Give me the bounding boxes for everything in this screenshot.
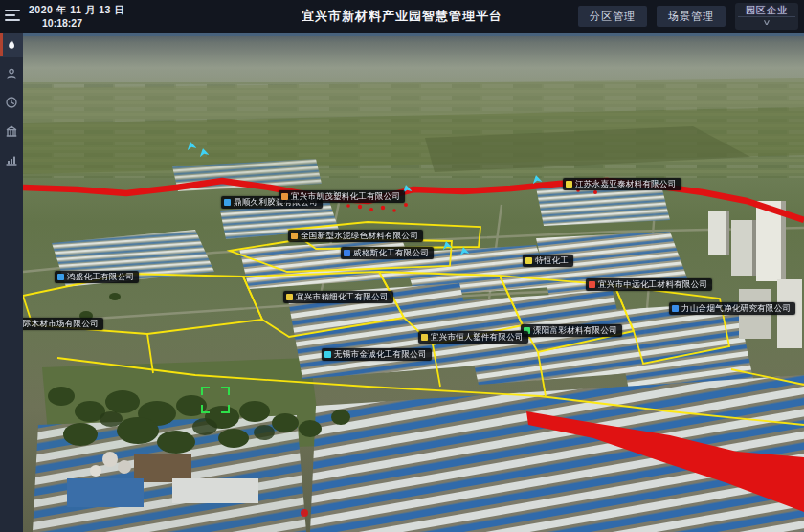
flame-icon (5, 38, 18, 52)
map-viewport[interactable]: 鼎顺久利胶囊有限公司宜兴市凯茂塑料化工有限公司全国新型水泥绿色材料有限公司威格斯… (23, 33, 804, 532)
map-label-pill[interactable]: 特恒化工 (523, 255, 573, 267)
factory-icon (525, 257, 532, 264)
company-name: 宜兴市恒人塑件有限公司 (431, 331, 524, 344)
map-label-pill[interactable]: 宜兴市恒人塑件有限公司 (418, 331, 528, 344)
map-label-pill[interactable]: 宜兴市凯茂塑料化工有限公司 (279, 190, 405, 203)
bank-icon (5, 124, 18, 138)
map-label-pill[interactable]: 威格斯化工有限公司 (341, 247, 434, 259)
company-name: 宜兴市中远化工材料有限公司 (598, 278, 707, 291)
company-name: 力山合烟气净化研究有限公司 (681, 302, 791, 315)
park-enterprise-dropdown[interactable]: 园区企业 ∨ (735, 3, 798, 30)
partition-manage-button[interactable]: 分区管理 (578, 6, 647, 27)
topbar-actions: 分区管理 场景管理 园区企业 ∨ (578, 0, 798, 33)
sidebar-item-enterprise[interactable] (0, 119, 23, 144)
clock-icon (5, 96, 18, 109)
chevron-down-icon: ∨ (762, 17, 770, 29)
person-icon (5, 67, 18, 80)
menu-icon[interactable] (5, 10, 20, 22)
factory-icon (224, 199, 231, 206)
map-label-pill[interactable]: 国际木材市场有限公司 (23, 318, 103, 330)
company-name: 宜兴市凯茂塑料化工有限公司 (291, 190, 400, 203)
selection-box (201, 387, 230, 413)
scene-manage-button[interactable]: 场景管理 (657, 6, 726, 27)
company-name: 威格斯化工有限公司 (353, 247, 429, 259)
factory-icon (566, 181, 572, 188)
factory-icon (589, 281, 595, 288)
map-label-pill[interactable]: 无锡市金诚化工有限公司 (322, 348, 432, 361)
time-text: 10:18:27 (42, 17, 124, 30)
smart-park-platform: 2020 年 11 月 13 日 10:18:27 宜兴市新材料产业园智慧管理平… (0, 0, 804, 532)
factory-icon (324, 351, 331, 358)
company-name: 江苏永嘉亚泰材料有限公司 (575, 178, 677, 190)
factory-icon (281, 193, 288, 200)
sidebar-item-person[interactable] (0, 61, 23, 86)
map-label-pill[interactable]: 溧阳富彩材料有限公司 (521, 324, 622, 337)
date-text: 2020 年 11 月 13 日 (29, 4, 124, 16)
chart-icon (5, 153, 18, 166)
map-label-pill[interactable]: 全国新型水泥绿色材料有限公司 (288, 230, 423, 242)
factory-icon (344, 250, 350, 256)
map-label-pill[interactable]: 宜兴市中远化工材料有限公司 (586, 278, 712, 291)
sidebar-item-monitor[interactable] (0, 90, 23, 115)
map-label-pill[interactable]: 力山合烟气净化研究有限公司 (669, 302, 795, 315)
topbar: 2020 年 11 月 13 日 10:18:27 宜兴市新材料产业园智慧管理平… (0, 0, 804, 33)
park-enterprise-label: 园区企业 (746, 3, 788, 16)
factory-icon (57, 274, 64, 280)
sidebar-item-statistics[interactable] (0, 147, 23, 172)
sidebar (0, 33, 23, 532)
company-name: 无锡市金诚化工有限公司 (334, 348, 427, 361)
company-name: 溧阳富彩材料有限公司 (533, 324, 617, 337)
company-name: 宜兴市精细化工有限公司 (296, 291, 389, 303)
map-label-pill[interactable]: 宜兴市精细化工有限公司 (283, 291, 393, 303)
company-name: 国际木材市场有限公司 (23, 318, 99, 330)
factory-icon (286, 294, 293, 300)
company-name: 鸿盛化工有限公司 (67, 271, 134, 283)
datetime: 2020 年 11 月 13 日 10:18:27 (29, 4, 124, 30)
company-name: 特恒化工 (535, 255, 569, 267)
company-name: 全国新型水泥绿色材料有限公司 (301, 230, 418, 242)
map-label-pill[interactable]: 江苏永嘉亚泰材料有限公司 (563, 178, 681, 190)
factory-icon (291, 233, 298, 239)
factory-icon (672, 305, 679, 312)
map-label-pill[interactable]: 鸿盛化工有限公司 (55, 271, 139, 283)
sidebar-item-fire[interactable] (0, 33, 23, 57)
factory-icon (421, 334, 428, 341)
